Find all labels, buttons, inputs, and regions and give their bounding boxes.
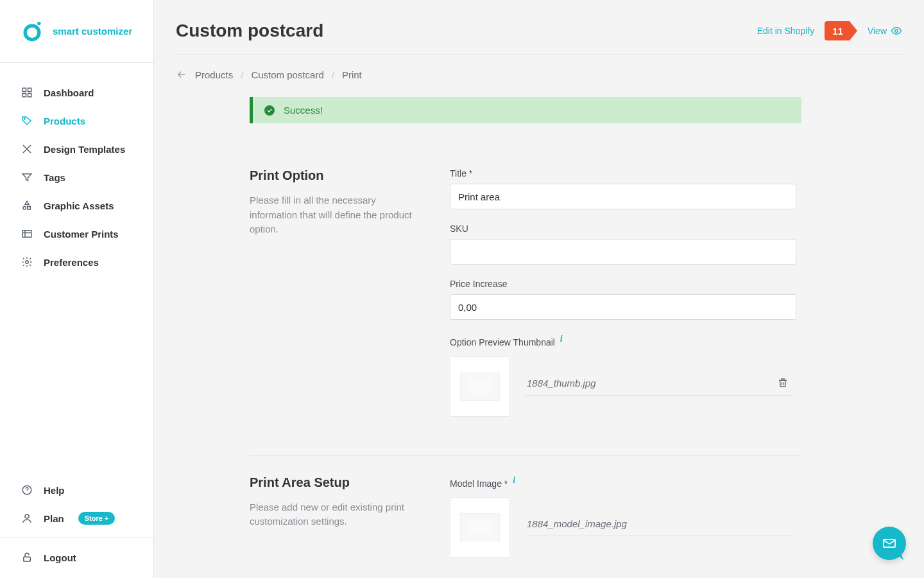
breadcrumb: Products / Custom postcard / Print [154,55,924,94]
svg-point-10 [26,261,29,264]
section-form: Title * SKU Price Increase Option Previe… [450,168,882,431]
delete-thumbnail-button[interactable] [777,377,789,389]
thumbnail-file-line: 1884_thumb.jpg [526,377,792,396]
user-icon [21,512,33,525]
sidebar: smart customizer Dashboard Produc [0,0,154,578]
sidebar-item-design-templates[interactable]: Design Templates [0,135,153,163]
sidebar-item-dashboard[interactable]: Dashboard [0,78,153,107]
svg-rect-4 [22,94,26,97]
sidebar-item-logout[interactable]: Logout [0,543,153,572]
success-alert: Success! [250,97,801,123]
section-form: Model Image * i 1884_model_image.jpg [450,475,882,572]
help-icon [21,484,33,496]
svg-rect-3 [28,88,31,91]
svg-point-0 [25,26,39,40]
info-icon[interactable]: i [560,334,563,344]
title-input[interactable] [450,184,796,209]
section-print-area-setup: Print Area Setup Please add new or edit … [176,456,882,572]
price-increase-label: Price Increase [450,279,882,289]
model-image-filename: 1884_model_image.jpg [527,518,627,529]
svg-point-14 [895,30,898,33]
header-actions: Edit in Shopify 11 View [757,21,902,40]
sidebar-item-help[interactable]: Help [0,476,153,504]
sku-input[interactable] [450,239,796,265]
breadcrumb-separator: / [332,69,334,80]
thumbnail-placeholder-icon [460,372,500,401]
section-left: Print Area Setup Please add new or edit … [250,475,416,572]
page-header: Custom postcard Edit in Shopify 11 View [154,0,924,54]
sidebar-item-customer-prints[interactable]: Customer Prints [0,220,153,248]
sidebar-item-label: Customer Prints [44,229,119,240]
svg-point-12 [25,514,29,518]
svg-point-7 [23,207,26,210]
sidebar-item-products[interactable]: Products [0,107,153,135]
main-content: Custom postcard Edit in Shopify 11 View [154,0,924,578]
shapes-icon [21,199,33,212]
info-icon[interactable]: i [513,475,515,486]
section-print-option: Print Option Please fill in all the nece… [176,149,882,455]
sidebar-item-tags[interactable]: Tags [0,163,153,191]
prints-icon [21,227,33,240]
breadcrumb-item[interactable]: Custom postcard [251,69,323,80]
alert-message: Success! [284,105,323,116]
mail-icon [882,536,897,551]
sidebar-item-label: Products [44,116,85,127]
arrow-left-icon [176,69,187,80]
plan-badge: Store + [78,512,116,525]
check-circle-icon [264,105,275,116]
price-increase-input[interactable] [450,294,796,320]
edit-in-shopify-link[interactable]: Edit in Shopify [757,26,815,36]
brand-logo-icon [21,20,44,43]
tag-icon [21,114,33,127]
thumbnail-filename: 1884_thumb.jpg [527,378,596,389]
model-file-line: 1884_model_image.jpg [526,518,792,536]
section-heading: Print Option [250,168,416,183]
sidebar-item-preferences[interactable]: Preferences [0,248,153,276]
sidebar-item-label: Plan [44,513,64,524]
breadcrumb-separator: / [241,69,243,80]
sidebar-item-label: Graphic Assets [44,200,114,211]
breadcrumb-back-button[interactable] [176,69,187,80]
eye-icon [891,25,902,37]
nav-main: Dashboard Products Design Templates [0,63,153,476]
badge-arrow-icon [850,21,857,40]
count-badge-value: 11 [825,21,850,40]
svg-rect-5 [28,94,31,97]
thumbnail-label: Option Preview Thumbnail i [450,334,882,347]
section-description: Please fill in all the necessary informa… [250,193,416,237]
sidebar-item-label: Design Templates [44,144,125,155]
sidebar-item-plan[interactable]: Plan Store + [0,504,153,532]
design-tools-icon [21,143,33,155]
sidebar-item-label: Help [44,485,65,496]
svg-rect-8 [28,207,31,210]
sidebar-item-label: Logout [44,552,76,563]
thumbnail-preview[interactable] [450,356,510,417]
brand-block[interactable]: smart customizer [0,0,153,63]
section-left: Print Option Please fill in all the nece… [250,168,416,431]
title-label: Title * [450,168,882,179]
svg-rect-13 [24,557,31,561]
svg-point-1 [37,21,40,24]
breadcrumb-item[interactable]: Products [195,69,233,80]
view-link[interactable]: View [868,25,902,37]
content-area: Success! Print Option Please fill in all… [154,94,924,578]
model-image-preview[interactable] [450,497,510,557]
sidebar-item-label: Tags [44,172,65,183]
lock-open-icon [21,551,33,564]
breadcrumb-item[interactable]: Print [342,69,362,80]
sidebar-item-label: Dashboard [44,87,94,98]
model-image-placeholder-icon [460,513,500,541]
section-heading: Print Area Setup [250,475,416,490]
contact-fab-button[interactable] [873,527,906,560]
section-description: Please add new or edit existing print cu… [250,500,416,529]
dashboard-icon [21,86,33,99]
brand-name: smart customizer [53,26,132,37]
thumbnail-label-text: Option Preview Thumbnail [450,337,555,347]
sku-label: SKU [450,223,882,234]
sidebar-bottom: Help Plan Store + Logout [0,476,153,578]
svg-rect-9 [22,231,31,238]
sidebar-item-graphic-assets[interactable]: Graphic Assets [0,191,153,220]
gear-icon [21,256,33,268]
sidebar-item-label: Preferences [44,257,99,268]
page-title: Custom postcard [176,21,323,41]
